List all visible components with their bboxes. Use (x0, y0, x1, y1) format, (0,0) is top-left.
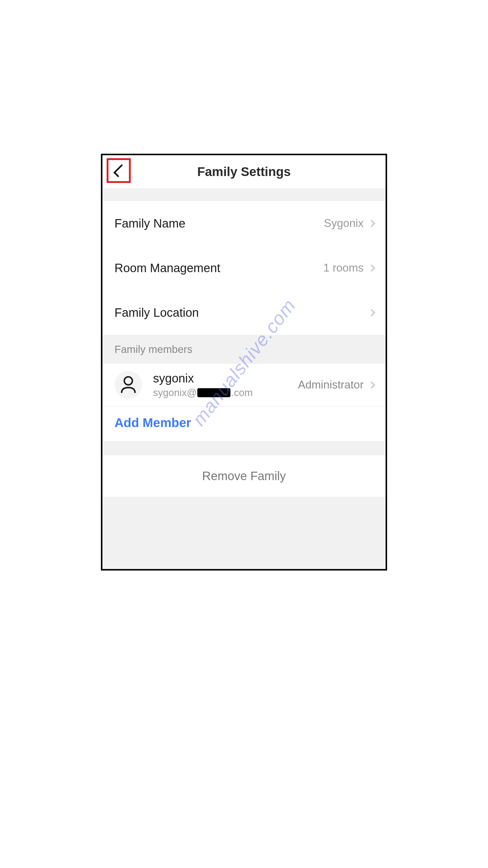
chevron-right-icon (368, 220, 375, 227)
back-button[interactable] (108, 160, 129, 181)
family-name-row[interactable]: Family Name Sygonix (102, 201, 386, 246)
family-name-value: Sygonix (324, 217, 364, 230)
chevron-right-icon (368, 381, 375, 389)
chevron-right-icon (368, 264, 375, 272)
member-email: sygonix@.com (153, 387, 298, 398)
settings-list: Family Name Sygonix Room Management 1 ro… (102, 201, 386, 335)
member-info: sygonix sygonix@.com (153, 372, 298, 398)
members-section-header: Family members (102, 335, 386, 364)
avatar (115, 371, 142, 399)
member-name: sygonix (153, 372, 298, 385)
room-management-value: 1 rooms (323, 261, 364, 274)
family-location-row[interactable]: Family Location (102, 290, 386, 335)
member-role: Administrator (298, 378, 364, 391)
header-bar: Family Settings (102, 155, 386, 189)
family-location-label: Family Location (115, 306, 199, 319)
person-icon (120, 376, 136, 394)
room-management-row[interactable]: Room Management 1 rooms (102, 246, 386, 290)
family-name-label: Family Name (115, 217, 186, 230)
remove-family-button[interactable]: Remove Family (102, 456, 386, 497)
back-button-highlight (107, 158, 131, 183)
bottom-fill (102, 497, 386, 569)
section-gap (102, 189, 386, 201)
member-row[interactable]: sygonix sygonix@.com Administrator (102, 364, 386, 407)
svg-point-0 (124, 377, 133, 385)
family-settings-screen: Family Settings Family Name Sygonix Room… (101, 154, 387, 570)
room-management-label: Room Management (115, 261, 220, 275)
section-gap (102, 441, 386, 456)
chevron-right-icon (368, 309, 375, 316)
chevron-left-icon (113, 164, 126, 177)
page-title: Family Settings (102, 164, 386, 179)
redacted-text (197, 388, 230, 397)
add-member-button[interactable]: Add Member (102, 407, 386, 441)
